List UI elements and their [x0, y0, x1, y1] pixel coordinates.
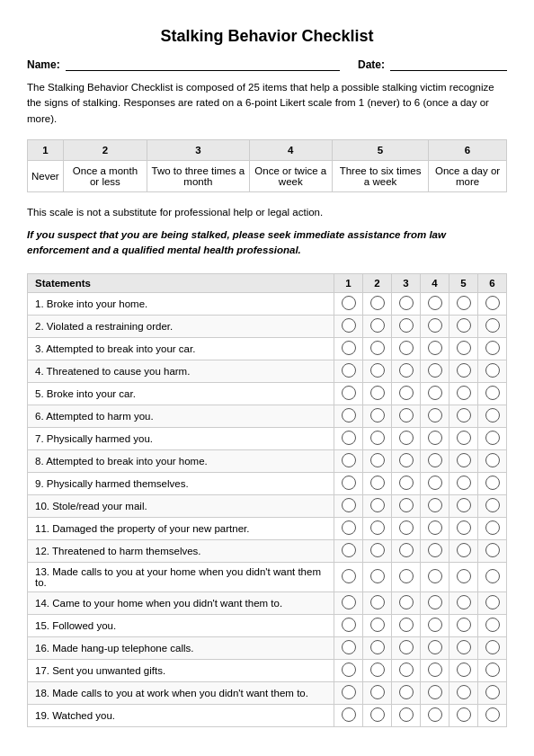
radio-circle-icon[interactable]	[457, 520, 471, 535]
radio-cell[interactable]	[363, 382, 392, 405]
radio-cell[interactable]	[478, 562, 507, 591]
radio-cell[interactable]	[334, 405, 363, 427]
radio-circle-icon[interactable]	[342, 543, 356, 557]
radio-cell[interactable]	[449, 382, 478, 405]
radio-circle-icon[interactable]	[399, 296, 414, 310]
radio-circle-icon[interactable]	[457, 318, 471, 333]
radio-cell[interactable]	[478, 539, 507, 562]
radio-cell[interactable]	[363, 539, 392, 562]
radio-cell[interactable]	[334, 360, 363, 382]
radio-circle-icon[interactable]	[370, 543, 385, 557]
radio-circle-icon[interactable]	[342, 453, 356, 467]
radio-cell[interactable]	[334, 337, 363, 360]
radio-cell[interactable]	[478, 315, 507, 337]
radio-circle-icon[interactable]	[399, 543, 414, 557]
radio-circle-icon[interactable]	[370, 318, 385, 333]
radio-cell[interactable]	[478, 382, 507, 405]
radio-circle-icon[interactable]	[342, 296, 356, 310]
radio-cell[interactable]	[392, 614, 421, 636]
radio-circle-icon[interactable]	[485, 663, 500, 677]
radio-circle-icon[interactable]	[399, 595, 414, 609]
radio-cell[interactable]	[421, 292, 449, 315]
radio-circle-icon[interactable]	[428, 431, 442, 445]
radio-circle-icon[interactable]	[457, 543, 471, 557]
radio-circle-icon[interactable]	[457, 640, 471, 654]
radio-cell[interactable]	[421, 427, 449, 449]
radio-cell[interactable]	[392, 315, 421, 337]
radio-circle-icon[interactable]	[370, 476, 385, 490]
radio-circle-icon[interactable]	[457, 453, 471, 467]
radio-circle-icon[interactable]	[485, 363, 500, 378]
radio-cell[interactable]	[421, 517, 449, 539]
radio-circle-icon[interactable]	[485, 543, 500, 557]
radio-circle-icon[interactable]	[428, 476, 442, 490]
radio-circle-icon[interactable]	[457, 595, 471, 609]
radio-circle-icon[interactable]	[370, 431, 385, 445]
radio-circle-icon[interactable]	[457, 476, 471, 490]
radio-cell[interactable]	[334, 659, 363, 681]
radio-circle-icon[interactable]	[370, 618, 385, 632]
radio-cell[interactable]	[449, 472, 478, 494]
radio-circle-icon[interactable]	[370, 685, 385, 699]
radio-circle-icon[interactable]	[370, 386, 385, 400]
radio-cell[interactable]	[421, 382, 449, 405]
radio-cell[interactable]	[392, 681, 421, 704]
radio-cell[interactable]	[421, 494, 449, 517]
radio-circle-icon[interactable]	[485, 707, 500, 722]
radio-circle-icon[interactable]	[457, 498, 471, 512]
radio-circle-icon[interactable]	[370, 640, 385, 654]
radio-cell[interactable]	[392, 517, 421, 539]
radio-cell[interactable]	[334, 636, 363, 659]
radio-circle-icon[interactable]	[370, 408, 385, 422]
radio-cell[interactable]	[334, 382, 363, 405]
radio-circle-icon[interactable]	[399, 453, 414, 467]
radio-circle-icon[interactable]	[370, 595, 385, 609]
radio-cell[interactable]	[363, 517, 392, 539]
radio-cell[interactable]	[421, 704, 449, 726]
radio-circle-icon[interactable]	[342, 707, 356, 722]
radio-cell[interactable]	[478, 659, 507, 681]
radio-cell[interactable]	[392, 337, 421, 360]
radio-cell[interactable]	[421, 614, 449, 636]
radio-cell[interactable]	[421, 449, 449, 472]
radio-cell[interactable]	[334, 704, 363, 726]
radio-cell[interactable]	[334, 315, 363, 337]
radio-circle-icon[interactable]	[457, 341, 471, 355]
radio-cell[interactable]	[449, 704, 478, 726]
radio-circle-icon[interactable]	[485, 595, 500, 609]
radio-circle-icon[interactable]	[399, 685, 414, 699]
radio-cell[interactable]	[392, 360, 421, 382]
radio-cell[interactable]	[478, 517, 507, 539]
radio-cell[interactable]	[421, 591, 449, 614]
radio-circle-icon[interactable]	[342, 520, 356, 535]
radio-cell[interactable]	[363, 494, 392, 517]
radio-circle-icon[interactable]	[370, 453, 385, 467]
radio-cell[interactable]	[363, 472, 392, 494]
radio-circle-icon[interactable]	[485, 453, 500, 467]
radio-circle-icon[interactable]	[342, 595, 356, 609]
radio-cell[interactable]	[392, 562, 421, 591]
radio-circle-icon[interactable]	[428, 341, 442, 355]
radio-circle-icon[interactable]	[399, 498, 414, 512]
radio-cell[interactable]	[392, 472, 421, 494]
radio-cell[interactable]	[421, 337, 449, 360]
radio-cell[interactable]	[449, 659, 478, 681]
radio-circle-icon[interactable]	[342, 663, 356, 677]
radio-circle-icon[interactable]	[457, 363, 471, 378]
radio-cell[interactable]	[392, 494, 421, 517]
radio-cell[interactable]	[449, 681, 478, 704]
radio-cell[interactable]	[478, 614, 507, 636]
radio-circle-icon[interactable]	[428, 386, 442, 400]
radio-cell[interactable]	[478, 591, 507, 614]
radio-cell[interactable]	[334, 614, 363, 636]
radio-cell[interactable]	[421, 562, 449, 591]
radio-circle-icon[interactable]	[457, 618, 471, 632]
radio-circle-icon[interactable]	[399, 520, 414, 535]
radio-cell[interactable]	[363, 591, 392, 614]
radio-cell[interactable]	[334, 427, 363, 449]
radio-cell[interactable]	[392, 382, 421, 405]
radio-cell[interactable]	[334, 562, 363, 591]
radio-cell[interactable]	[478, 704, 507, 726]
radio-cell[interactable]	[363, 360, 392, 382]
radio-circle-icon[interactable]	[457, 386, 471, 400]
